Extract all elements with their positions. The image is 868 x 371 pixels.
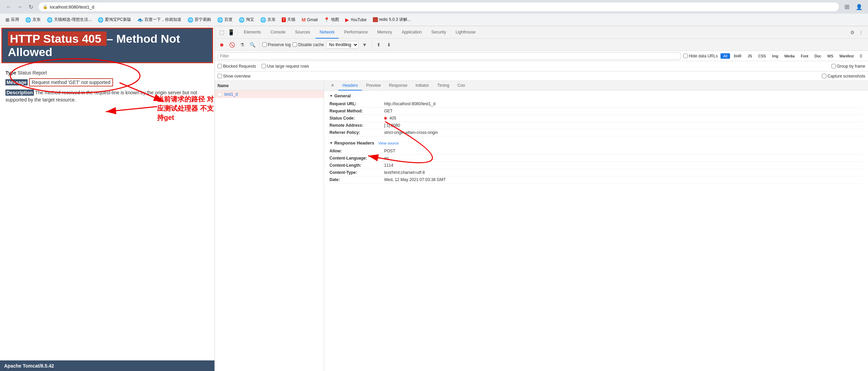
bookmark-baidu2[interactable]: 🌐百度 bbox=[214, 15, 235, 24]
reload-button[interactable]: ↻ bbox=[26, 2, 36, 12]
device-toolbar-button[interactable]: 📱 bbox=[227, 28, 235, 37]
detail-tab-close[interactable]: ✕ bbox=[327, 81, 338, 91]
annotation-text: 当前请求的路径 对应测试处理器 不支持get bbox=[157, 95, 214, 122]
response-headers-section-title[interactable]: Response Headers View source bbox=[330, 140, 863, 146]
throttle-select[interactable]: No throttling bbox=[326, 41, 359, 49]
show-overview-checkbox[interactable] bbox=[218, 74, 222, 78]
filter-tags: All XHR JS CSS Img Media Font Doc WS Man… bbox=[720, 53, 865, 59]
detail-row-content-type: Content-Type: text/html;charset=utf-8 bbox=[330, 169, 863, 176]
filter-tag-xhr[interactable]: XHR bbox=[731, 53, 744, 59]
detail-tab-response[interactable]: Response bbox=[385, 81, 411, 91]
inspect-element-button[interactable]: ⬚ bbox=[218, 28, 226, 37]
bookmark-maps[interactable]: 📍地图 bbox=[321, 15, 342, 24]
detail-row-method: Request Method: GET bbox=[330, 108, 863, 115]
network-row-test1d[interactable]: test1_d bbox=[215, 91, 324, 98]
hide-data-urls-label[interactable]: Hide data URLs bbox=[683, 54, 718, 58]
hide-data-urls-checkbox[interactable] bbox=[683, 54, 688, 58]
tab-elements[interactable]: Elements bbox=[240, 26, 265, 39]
lock-icon: 🔒 bbox=[43, 4, 48, 9]
extensions-button[interactable]: ⊞ bbox=[842, 2, 852, 12]
import-icon[interactable]: ⬆ bbox=[375, 41, 383, 49]
bookmark-jd1[interactable]: 🌐京东 bbox=[23, 15, 43, 24]
view-source-link[interactable]: View source bbox=[378, 141, 399, 145]
detail-tab-cookies[interactable]: Coo bbox=[453, 81, 469, 91]
tab-lighthouse[interactable]: Lighthouse bbox=[451, 26, 480, 39]
filter-tag-ws[interactable]: WS bbox=[825, 53, 836, 59]
group-by-frame-checkbox[interactable] bbox=[831, 64, 836, 68]
nav-buttons: ← → ↻ bbox=[4, 2, 36, 12]
row-color-indicator bbox=[218, 92, 222, 96]
http-title: HTTP Status 405 – Method Not Allowed bbox=[8, 32, 207, 59]
preserve-log-label[interactable]: Preserve log bbox=[262, 42, 291, 47]
detail-row-referrer: Referrer Policy: strict-origin-when-cros… bbox=[330, 129, 863, 136]
throttle-dropdown-icon[interactable]: ▼ bbox=[361, 41, 369, 49]
capture-screenshots-checkbox[interactable] bbox=[822, 74, 826, 78]
filter-tag-all[interactable]: All bbox=[720, 53, 730, 59]
detail-row-content-lang: Content-Language: en bbox=[330, 155, 863, 162]
detail-tab-timing[interactable]: Timing bbox=[433, 81, 453, 91]
large-rows-checkbox[interactable] bbox=[262, 64, 266, 68]
capture-screenshots-label[interactable]: Capture screenshots bbox=[822, 74, 865, 79]
filter-tag-css[interactable]: CSS bbox=[755, 53, 769, 59]
bookmark-tianmao2[interactable]: T天猫 bbox=[279, 15, 298, 24]
filter-tag-img[interactable]: Img bbox=[769, 53, 781, 59]
forward-button[interactable]: → bbox=[15, 2, 25, 12]
filter-tag-manifest[interactable]: Manifest bbox=[837, 53, 856, 59]
show-overview-label[interactable]: Show overview bbox=[218, 74, 251, 79]
detail-row-allow: Allow: POST bbox=[330, 148, 863, 155]
tab-application[interactable]: Application bbox=[397, 26, 426, 39]
bookmark-apps[interactable]: ⊞应用 bbox=[3, 15, 22, 24]
webpage-panel: HTTP Status 405 – Method Not Allowed Typ… bbox=[0, 26, 214, 371]
detail-panel: ✕ Headers Preview Response Initiator Tim… bbox=[324, 81, 868, 371]
bookmark-youtube[interactable]: ▶YouTube bbox=[342, 16, 369, 24]
divider bbox=[237, 29, 238, 36]
filter-tag-media[interactable]: Media bbox=[782, 53, 797, 59]
search-button[interactable]: 🔍 bbox=[248, 41, 256, 49]
detail-content: General Request URL: http://localhost:80… bbox=[324, 91, 868, 371]
tab-network[interactable]: Network bbox=[316, 26, 339, 39]
filter-tag-font[interactable]: Font bbox=[798, 53, 811, 59]
filter-input-box[interactable] bbox=[218, 52, 681, 60]
detail-tab-preview[interactable]: Preview bbox=[362, 81, 385, 91]
options-row2: Show overview Capture screenshots bbox=[215, 71, 868, 81]
filter-tag-doc[interactable]: Doc bbox=[812, 53, 824, 59]
general-section-title[interactable]: General bbox=[330, 93, 863, 98]
large-rows-label[interactable]: Use large request rows bbox=[262, 64, 309, 69]
profile-button[interactable]: 👤 bbox=[854, 2, 864, 12]
back-button[interactable]: ← bbox=[4, 2, 14, 12]
tab-memory[interactable]: Memory bbox=[373, 26, 396, 39]
export-icon[interactable]: ⬇ bbox=[385, 41, 393, 49]
bookmark-gmail[interactable]: MGmail bbox=[299, 16, 320, 24]
bookmark-jd2[interactable]: 🌐京东 bbox=[257, 15, 278, 24]
tab-security[interactable]: Security bbox=[427, 26, 450, 39]
group-by-frame-label[interactable]: Group by frame bbox=[831, 64, 865, 69]
detail-tab-initiator[interactable]: Initiator bbox=[411, 81, 433, 91]
tab-performance[interactable]: Performance bbox=[340, 26, 372, 39]
disable-cache-checkbox[interactable] bbox=[293, 42, 297, 47]
devtools-tab-bar: ⬚ 📱 Elements Console Sources Network Per… bbox=[215, 26, 868, 39]
bookmark-taobao[interactable]: 🌐爱淘宝PC新版 bbox=[95, 15, 134, 24]
bookmark-suning[interactable]: 🌐苏宁易购 bbox=[185, 15, 214, 24]
bookmark-redis[interactable]: 🅰redis 5.0.3 讲解... bbox=[370, 15, 414, 24]
blocked-requests-label[interactable]: Blocked Requests bbox=[218, 64, 256, 69]
tab-sources[interactable]: Sources bbox=[291, 26, 314, 39]
blocked-requests-checkbox[interactable] bbox=[218, 64, 222, 68]
filter-input[interactable] bbox=[220, 54, 288, 58]
filter-tag-c[interactable]: C bbox=[857, 53, 865, 59]
detail-tab-headers[interactable]: Headers bbox=[338, 81, 362, 91]
preserve-log-checkbox[interactable] bbox=[262, 42, 267, 47]
bookmark-taobao2[interactable]: 🌐淘宝 bbox=[236, 15, 257, 24]
bookmark-baidu[interactable]: 🐟百度一下，你就知道 bbox=[135, 15, 184, 24]
network-list-header: Name bbox=[215, 81, 324, 91]
record-button[interactable]: ⏺ bbox=[218, 41, 226, 49]
more-options-icon[interactable]: ⋮ bbox=[857, 28, 865, 37]
settings-icon[interactable]: ⚙ bbox=[848, 28, 856, 37]
message-line: Message Request method 'GET' not support… bbox=[5, 78, 209, 86]
disable-cache-label[interactable]: Disable cache bbox=[293, 42, 324, 47]
tab-console[interactable]: Console bbox=[266, 26, 290, 39]
bookmark-tianmao[interactable]: 🌐天猫精选-理想生活... bbox=[44, 15, 94, 24]
filter-icon[interactable]: ⚗ bbox=[238, 41, 246, 49]
filter-tag-js[interactable]: JS bbox=[745, 53, 755, 59]
address-bar[interactable]: 🔒 localhost:8080/test1_d bbox=[38, 2, 839, 12]
clear-button[interactable]: 🚫 bbox=[228, 41, 236, 49]
